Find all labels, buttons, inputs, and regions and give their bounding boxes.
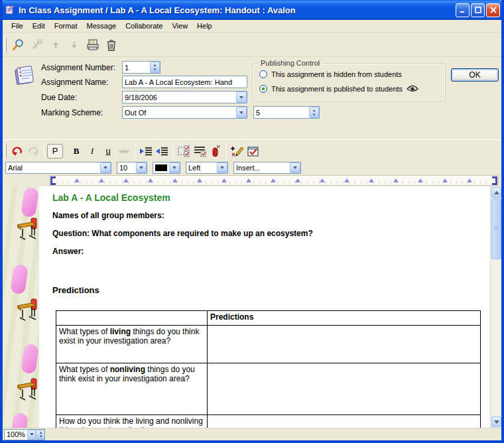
tab-stop-marker[interactable] bbox=[123, 178, 129, 182]
status-bar: 100% ▲▼ bbox=[3, 428, 501, 440]
marking-points-stepper[interactable]: 5 ▲▼ bbox=[253, 106, 320, 119]
answer-cell[interactable] bbox=[208, 415, 481, 428]
tab-stop-marker[interactable] bbox=[271, 178, 276, 182]
tab-stop-marker[interactable] bbox=[320, 178, 325, 182]
menu-view[interactable]: View bbox=[167, 21, 192, 31]
chevron-down-icon[interactable] bbox=[217, 162, 227, 173]
menu-help[interactable]: Help bbox=[192, 21, 217, 31]
maximize-button[interactable] bbox=[471, 3, 485, 17]
check-answers-icon[interactable] bbox=[245, 143, 261, 159]
insert-object-icon[interactable] bbox=[208, 143, 223, 159]
chevron-down-icon[interactable] bbox=[236, 107, 247, 118]
chevron-down-icon[interactable] bbox=[236, 92, 247, 103]
publishing-control-group: Publishing Control This assignment is hi… bbox=[252, 63, 446, 101]
answer-cell[interactable] bbox=[208, 363, 481, 415]
assignment-number-label: Assignment Number: bbox=[41, 63, 115, 72]
close-button[interactable] bbox=[486, 3, 500, 17]
assignment-number-stepper[interactable]: 1 ▲▼ bbox=[122, 61, 160, 74]
delete-icon[interactable] bbox=[102, 36, 121, 54]
chevron-down-icon[interactable] bbox=[136, 162, 147, 173]
points-spinner-buttons[interactable]: ▲▼ bbox=[309, 107, 319, 118]
chevron-down-icon[interactable] bbox=[290, 162, 300, 173]
assignment-icon bbox=[12, 62, 36, 86]
left-margin-marker[interactable] bbox=[50, 176, 56, 185]
tab-stop-marker[interactable] bbox=[221, 178, 227, 182]
tab-stop-marker[interactable] bbox=[295, 178, 300, 182]
question-cell: What types of living things do you think… bbox=[56, 326, 208, 363]
assignment-form: Assignment Number: Assignment Name: Due … bbox=[3, 57, 501, 138]
assignment-name-input[interactable]: Lab A - A Local Ecosystem: Hand bbox=[122, 76, 247, 88]
insert-select[interactable]: Insert... bbox=[233, 162, 301, 174]
tab-stop-marker[interactable] bbox=[246, 178, 251, 182]
chevron-down-icon[interactable] bbox=[100, 162, 111, 173]
tab-stop-marker[interactable] bbox=[344, 178, 349, 182]
title-bar[interactable]: In Class Assignment / Lab A - A Local Ec… bbox=[0, 0, 504, 20]
marking-scheme-select[interactable]: Out Of bbox=[122, 106, 247, 119]
italic-button[interactable]: I bbox=[84, 143, 100, 159]
tab-stop-marker[interactable] bbox=[148, 178, 153, 182]
number-spinner-buttons[interactable]: ▲▼ bbox=[150, 62, 160, 73]
zoom-spinner-buttons[interactable]: ▲▼ bbox=[36, 430, 45, 440]
menu-message[interactable]: Message bbox=[82, 21, 121, 31]
bold-button[interactable]: B bbox=[68, 143, 84, 159]
font-color-select[interactable] bbox=[153, 162, 180, 174]
radio-button[interactable] bbox=[259, 70, 267, 78]
toolbar-grip[interactable] bbox=[5, 38, 7, 52]
select-fields-icon[interactable] bbox=[176, 143, 192, 159]
decorative-margin bbox=[3, 186, 39, 428]
menu-edit[interactable]: Edit bbox=[28, 21, 50, 31]
scroll-up-icon[interactable] bbox=[491, 187, 501, 198]
editor-toolbar-grip[interactable] bbox=[5, 144, 7, 158]
question-cell: What types of nonliving things do you th… bbox=[56, 363, 208, 415]
move-down-icon bbox=[65, 36, 84, 54]
menu-file[interactable]: File bbox=[7, 21, 28, 31]
font-size-select[interactable]: 10 bbox=[117, 162, 147, 174]
scrollbar-thumb[interactable] bbox=[491, 198, 501, 259]
tab-stop-marker[interactable] bbox=[74, 178, 80, 182]
header-cell-predictions: Predictions bbox=[208, 311, 481, 326]
doc-line-group-members: Names of all group members: bbox=[52, 211, 164, 220]
strikethrough-button: abc bbox=[116, 143, 132, 159]
radio-published-option[interactable]: This assignment is published to students bbox=[259, 85, 418, 93]
scroll-down-icon[interactable] bbox=[491, 416, 501, 427]
tab-stop-marker[interactable] bbox=[197, 178, 202, 182]
due-date-select[interactable]: 9/18/2006 bbox=[122, 91, 247, 103]
ruler[interactable] bbox=[49, 175, 499, 186]
predictions-table: Predictions What types of living things … bbox=[56, 310, 481, 428]
tab-stop-marker[interactable] bbox=[369, 178, 374, 182]
outdent-icon[interactable] bbox=[154, 143, 170, 159]
document-area[interactable]: Lab A - A Local Ecosystem Names of all g… bbox=[3, 186, 501, 428]
indent-icon[interactable] bbox=[138, 143, 154, 159]
radio-hidden-option[interactable]: This assignment is hidden from students bbox=[259, 70, 402, 78]
menu-format[interactable]: Format bbox=[50, 21, 82, 31]
right-margin-marker[interactable] bbox=[492, 176, 497, 185]
answer-cell[interactable] bbox=[208, 326, 481, 363]
vertical-scrollbar[interactable] bbox=[490, 186, 501, 428]
publishing-control-legend: Publishing Control bbox=[258, 59, 322, 67]
print-icon[interactable] bbox=[84, 36, 102, 54]
zoom-control[interactable]: 100% ▲▼ bbox=[4, 429, 45, 440]
alignment-select[interactable]: Left bbox=[186, 162, 228, 174]
chevron-down-icon[interactable] bbox=[27, 430, 36, 440]
tab-stop-marker[interactable] bbox=[393, 178, 399, 182]
undo-icon[interactable] bbox=[9, 143, 25, 159]
underline-button[interactable]: u bbox=[100, 143, 116, 159]
eraser-clipart bbox=[10, 264, 29, 295]
tab-stop-marker[interactable] bbox=[172, 178, 178, 182]
font-family-select[interactable]: Arial bbox=[5, 162, 111, 174]
tab-stop-marker[interactable] bbox=[418, 178, 423, 182]
tab-stop-marker[interactable] bbox=[442, 178, 448, 182]
tab-stop-marker[interactable] bbox=[467, 178, 472, 182]
list-fields-icon[interactable] bbox=[192, 143, 208, 159]
search-icon[interactable] bbox=[9, 36, 28, 54]
radio-button[interactable] bbox=[259, 85, 267, 93]
zoom-value: 100% bbox=[5, 430, 27, 438]
main-toolbar bbox=[3, 33, 501, 57]
ok-button[interactable]: OK bbox=[451, 68, 499, 82]
paragraph-button[interactable]: P bbox=[47, 144, 63, 158]
tab-stop-marker[interactable] bbox=[99, 178, 104, 182]
minimize-button[interactable] bbox=[456, 3, 470, 17]
menu-collaborate[interactable]: Collaborate bbox=[121, 21, 167, 31]
chevron-down-icon[interactable] bbox=[169, 162, 180, 173]
edit-pen-icon[interactable] bbox=[229, 143, 245, 159]
